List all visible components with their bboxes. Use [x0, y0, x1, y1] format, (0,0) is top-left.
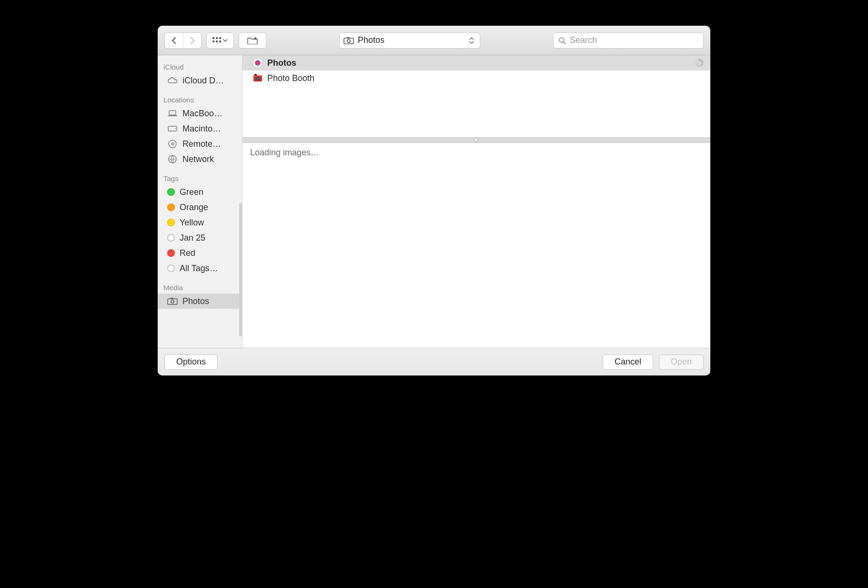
svg-line-33 [701, 64, 703, 65]
svg-rect-7 [347, 37, 350, 39]
list-row-photos[interactable]: Photos [242, 55, 710, 71]
camera-icon [343, 37, 354, 44]
svg-rect-3 [212, 41, 214, 42]
sidebar-item-label: Red [180, 248, 195, 258]
preview-pane: Loading images… [242, 143, 710, 348]
laptop-icon [167, 108, 178, 119]
svg-line-34 [701, 65, 702, 66]
new-folder-button[interactable] [239, 32, 266, 49]
view-mode-button[interactable] [206, 32, 234, 49]
tag-dot-icon [167, 249, 175, 257]
cloud-icon [167, 75, 178, 86]
svg-rect-5 [219, 41, 221, 42]
svg-line-39 [696, 61, 697, 62]
globe-icon [167, 154, 178, 164]
forward-button[interactable] [183, 33, 201, 48]
open-button[interactable]: Open [659, 355, 704, 370]
sidebar-section-locations: Locations [158, 94, 242, 106]
list-row-label: Photos [267, 58, 296, 68]
sidebar-item-label: Yellow [180, 218, 204, 228]
svg-rect-18 [171, 298, 173, 299]
source-list[interactable]: Photos [242, 55, 710, 137]
sidebar-item-label: Orange [180, 203, 208, 213]
svg-rect-17 [168, 299, 177, 304]
svg-line-37 [696, 64, 697, 65]
up-down-icon [467, 37, 476, 44]
button-label: Open [671, 357, 692, 367]
svg-rect-4 [216, 41, 218, 42]
toolbar: Photos [158, 26, 710, 55]
chevron-right-icon [190, 37, 195, 44]
sidebar-item-icloud-drive[interactable]: iCloud D… [158, 73, 242, 88]
sidebar-item-macintosh-hd[interactable]: Macinto… [158, 121, 242, 136]
svg-point-13 [175, 128, 176, 129]
main-pane: Photos [242, 55, 710, 348]
split-divider[interactable] [242, 137, 710, 143]
sidebar-item-remote-disc[interactable]: Remote… [158, 136, 242, 152]
sidebar-item-label: All Tags… [180, 264, 218, 274]
tag-dot-icon [167, 188, 175, 196]
sidebar-item-label: Network [182, 154, 214, 164]
svg-point-19 [171, 300, 174, 303]
photos-app-icon [253, 58, 262, 68]
sidebar-section-icloud: iCloud [158, 61, 242, 73]
tag-dot-icon [167, 264, 175, 272]
tag-dot-icon [167, 234, 175, 242]
svg-point-45 [257, 78, 258, 79]
sidebar-item-label: Jan 25 [180, 233, 205, 243]
photobooth-app-icon [253, 73, 262, 83]
sidebar-tag-orange[interactable]: Orange [158, 200, 242, 215]
options-button[interactable]: Options [164, 355, 218, 370]
svg-rect-6 [344, 38, 353, 44]
sidebar[interactable]: iCloud iCloud D… Locations MacBoo… [158, 55, 242, 348]
remote-disc-icon [167, 139, 178, 149]
list-row-label: Photo Booth [267, 73, 314, 83]
dialog-body: iCloud iCloud D… Locations MacBoo… [158, 55, 710, 348]
search-icon [558, 37, 566, 44]
sidebar-item-network[interactable]: Network [158, 152, 242, 167]
svg-rect-0 [212, 37, 214, 39]
sidebar-item-label: Photos [182, 296, 209, 306]
chevron-down-icon [223, 39, 228, 42]
sidebar-tag-all[interactable]: All Tags… [158, 261, 242, 276]
sidebar-item-photos[interactable]: Photos [158, 294, 242, 309]
svg-line-36 [697, 65, 698, 66]
search-input[interactable] [570, 35, 698, 45]
sidebar-tag-red[interactable]: Red [158, 245, 242, 261]
svg-point-8 [347, 39, 350, 42]
hdd-icon [167, 123, 178, 134]
sidebar-item-label: Macinto… [182, 124, 221, 134]
location-popup[interactable]: Photos [339, 32, 480, 49]
tag-dot-icon [167, 219, 175, 226]
sidebar-item-macbook[interactable]: MacBoo… [158, 106, 242, 121]
svg-line-31 [701, 61, 703, 62]
sidebar-item-label: Green [180, 187, 203, 197]
svg-line-40 [697, 60, 698, 61]
sidebar-section-media: Media [158, 282, 242, 294]
sidebar-tag-yellow[interactable]: Yellow [158, 215, 242, 230]
button-label: Options [176, 357, 206, 367]
svg-rect-1 [216, 37, 218, 39]
sidebar-tag-green[interactable]: Green [158, 184, 242, 200]
nav-back-forward-group [164, 32, 202, 49]
svg-rect-11 [168, 115, 177, 116]
svg-rect-2 [219, 37, 221, 39]
svg-rect-43 [254, 74, 257, 76]
search-field[interactable] [553, 32, 704, 49]
svg-line-30 [701, 60, 702, 61]
svg-rect-10 [169, 111, 176, 115]
list-empty-area [242, 86, 710, 137]
sidebar-tag-jan25[interactable]: Jan 25 [158, 230, 242, 245]
new-folder-icon [247, 37, 258, 44]
sidebar-section-tags: Tags [158, 172, 242, 184]
svg-point-15 [172, 143, 173, 145]
sidebar-item-label: Remote… [182, 139, 221, 149]
sidebar-scrollbar[interactable] [239, 203, 242, 336]
preview-status-text: Loading images… [250, 148, 319, 157]
cancel-button[interactable]: Cancel [603, 355, 653, 370]
loading-spinner-icon [695, 59, 704, 67]
back-button[interactable] [165, 33, 183, 48]
camera-icon [167, 296, 178, 306]
list-row-photobooth[interactable]: Photo Booth [242, 71, 710, 86]
footer: Options Cancel Open [158, 348, 710, 375]
